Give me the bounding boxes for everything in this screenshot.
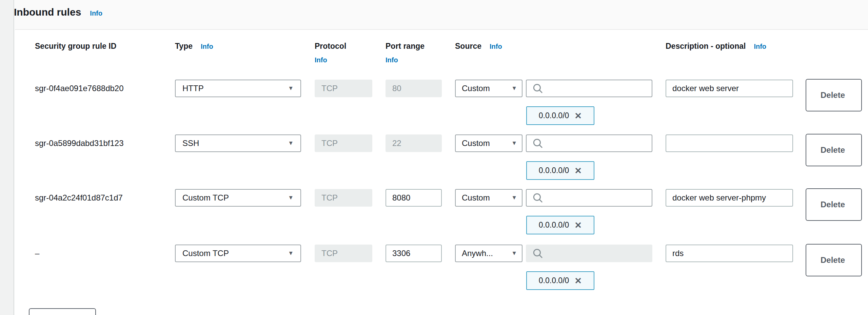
source-select[interactable]: Custom ▼ [455, 189, 522, 207]
type-select[interactable]: Custom TCP ▼ [175, 245, 301, 262]
type-select[interactable]: Custom TCP ▼ [175, 189, 301, 207]
source-select-value: Anywh... [462, 249, 493, 258]
panel-info-link[interactable]: Info [90, 9, 102, 17]
source-search-input[interactable] [526, 134, 652, 152]
cidr-text: 0.0.0.0/0 [539, 111, 569, 120]
close-icon[interactable]: ✕ [574, 221, 582, 230]
source-select-value: Custom [462, 193, 490, 203]
search-icon [532, 192, 544, 204]
chevron-down-icon: ▼ [511, 250, 517, 257]
panel-title-row: Inbound rules Info [14, 5, 102, 19]
port-range-input[interactable] [386, 189, 442, 207]
delete-rule-button[interactable]: Delete [806, 79, 862, 111]
column-header-label: Description - optional [666, 39, 746, 53]
column-header-type: Type Info [175, 39, 290, 54]
source-cidr-chip: 0.0.0.0/0 ✕ [526, 161, 594, 180]
source-search-input [526, 245, 652, 262]
rule-id-text: sgr-0f4ae091e7688db20 [35, 84, 124, 93]
port-range-input [386, 80, 442, 97]
protocol-field [315, 80, 372, 97]
search-icon [532, 138, 544, 149]
column-header-label: Security group rule ID [35, 39, 116, 53]
chevron-down-icon: ▼ [288, 194, 294, 201]
source-select[interactable]: Custom ▼ [455, 134, 522, 152]
rule-id-text: – [35, 249, 39, 258]
source-cidr-chip: 0.0.0.0/0 ✕ [526, 106, 594, 125]
chevron-down-icon: ▼ [288, 250, 294, 257]
type-select-value: Custom TCP [182, 249, 229, 258]
search-icon [532, 83, 544, 94]
column-header-label: Type [175, 39, 193, 53]
chevron-down-icon: ▼ [511, 85, 517, 92]
close-icon[interactable]: ✕ [574, 166, 582, 175]
column-header-protocol: Protocol Info [315, 39, 362, 67]
type-select-value: Custom TCP [182, 193, 229, 203]
source-select-value: Custom [462, 139, 490, 148]
delete-rule-button[interactable]: Delete [806, 134, 862, 166]
delete-rule-button[interactable]: Delete [806, 244, 862, 276]
search-icon [532, 248, 544, 259]
column-header-port-range: Port range Info [386, 39, 441, 67]
source-cidr-chip: 0.0.0.0/0 ✕ [526, 271, 594, 290]
chevron-down-icon: ▼ [288, 85, 294, 92]
type-select[interactable]: SSH ▼ [175, 134, 301, 152]
column-header-label: Source [455, 39, 481, 53]
protocol-info-link[interactable]: Info [315, 53, 327, 67]
source-select[interactable]: Anywh... ▼ [455, 245, 522, 262]
protocol-field [315, 134, 372, 152]
cidr-text: 0.0.0.0/0 [539, 220, 569, 230]
column-header-source: Source Info [455, 39, 564, 54]
description-input[interactable] [666, 245, 793, 262]
port-range-input[interactable] [386, 245, 442, 262]
column-header-rule-id: Security group rule ID [35, 39, 164, 53]
page-title: Inbound rules [14, 5, 81, 19]
port-range-info-link[interactable]: Info [386, 53, 398, 67]
delete-rule-button[interactable]: Delete [806, 188, 862, 221]
source-search-input[interactable] [526, 189, 652, 207]
description-input[interactable] [666, 189, 793, 207]
source-info-link[interactable]: Info [490, 40, 502, 54]
protocol-field [315, 189, 372, 207]
cidr-text: 0.0.0.0/0 [539, 166, 569, 175]
panel-header-band [15, 0, 868, 30]
column-header-description: Description - optional Info [666, 39, 842, 54]
cidr-text: 0.0.0.0/0 [539, 276, 569, 285]
type-select-value: HTTP [182, 84, 204, 93]
chevron-down-icon: ▼ [511, 140, 517, 147]
source-cidr-chip: 0.0.0.0/0 ✕ [526, 216, 594, 234]
type-info-link[interactable]: Info [201, 40, 213, 54]
description-info-link[interactable]: Info [754, 40, 766, 54]
add-rule-button[interactable]: Add rule [29, 308, 96, 315]
source-search-input[interactable] [526, 80, 652, 97]
chevron-down-icon: ▼ [511, 194, 517, 201]
source-select-value: Custom [462, 84, 490, 93]
description-input[interactable] [666, 134, 793, 152]
type-select[interactable]: HTTP ▼ [175, 80, 301, 97]
rule-id-text: sgr-0a5899dabd31bf123 [35, 139, 124, 148]
description-input[interactable] [666, 80, 793, 97]
left-gutter [0, 0, 14, 315]
close-icon[interactable]: ✕ [574, 276, 582, 285]
source-select[interactable]: Custom ▼ [455, 80, 522, 97]
rule-id-text: sgr-04a2c24f01d87c1d7 [35, 193, 123, 203]
inbound-rules-panel: Inbound rules Info Security group rule I… [0, 0, 868, 315]
column-header-label: Port range [386, 39, 425, 53]
protocol-field [315, 245, 372, 262]
close-icon[interactable]: ✕ [574, 111, 582, 120]
type-select-value: SSH [182, 139, 199, 148]
port-range-input [386, 134, 442, 152]
column-header-label: Protocol [315, 39, 346, 53]
chevron-down-icon: ▼ [288, 140, 294, 147]
